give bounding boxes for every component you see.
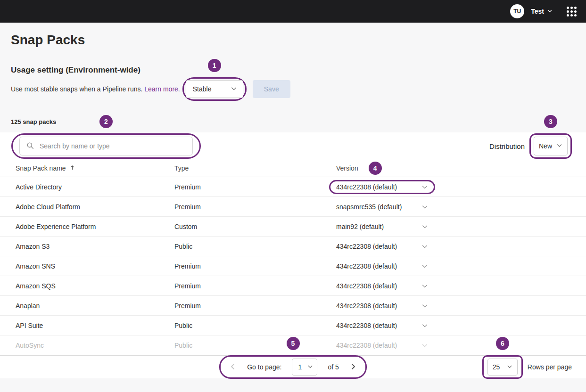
chevron-down-icon (421, 243, 428, 250)
table-toolbar: 2 Distribution 3 New (0, 132, 586, 160)
type-cell: Premium (174, 262, 336, 270)
snap-pack-name-cell: Adobe Cloud Platform (16, 203, 174, 211)
chevron-left-icon (229, 363, 237, 372)
table-row[interactable]: Adobe Cloud Platform Premium snapsmrc535… (0, 197, 586, 217)
chevron-down-icon (307, 363, 313, 371)
table-row[interactable]: Active Directory Premium 434rc22308 (def… (0, 177, 586, 197)
apps-grid-icon[interactable] (567, 7, 577, 16)
table-row[interactable]: Amazon SNS Premium 434rc22308 (default) (0, 256, 586, 276)
rows-per-page-control: 6 25 Rows per page (482, 355, 572, 379)
usage-description: Use most stable snaps when a Pipeline ru… (11, 85, 180, 93)
version-select[interactable]: 434rc22308 (default) (336, 302, 428, 310)
save-button[interactable]: Save (253, 80, 290, 98)
snap-pack-name-cell: AutoSync (16, 342, 174, 349)
table-header-row: Snap Pack name Type Version 4 (0, 160, 586, 177)
table-footer: 5 Go to page: 1 of 5 6 (0, 355, 586, 378)
annotation-badge-6: 6 (496, 337, 509, 350)
annotation-badge-2: 2 (99, 115, 113, 128)
table-row[interactable]: Amazon S3 Public 434rc22308 (default) (0, 237, 586, 256)
learn-more-link[interactable]: Learn more. (144, 85, 180, 93)
avatar-initials: TU (513, 8, 521, 15)
distribution-select[interactable]: New (534, 137, 568, 155)
version-select[interactable]: 434rc22308 (default) (336, 342, 428, 349)
previous-page-button[interactable] (229, 363, 237, 372)
column-header-snap-pack-name[interactable]: Snap Pack name (16, 164, 174, 172)
usage-setting-row: Use most stable snaps when a Pipeline ru… (11, 77, 586, 101)
version-select[interactable]: 434rc22308 (default) (336, 243, 428, 250)
snap-pack-name-cell: API Suite (16, 322, 174, 329)
annotation-ring-1: 1 Stable (182, 77, 247, 101)
annotation-ring-4: 434rc22308 (default) (329, 180, 435, 194)
type-cell: Public (174, 243, 336, 250)
chevron-down-icon (421, 204, 428, 210)
rows-per-page-value: 25 (493, 363, 500, 371)
usage-setting-heading: Usage setting (Environment-wide) (11, 65, 586, 75)
type-cell: Premium (174, 183, 336, 191)
distribution-label: Distribution (489, 142, 525, 150)
snap-pack-name-cell: Anaplan (16, 302, 174, 310)
column-header-type[interactable]: Type (174, 164, 336, 172)
snap-pack-name-cell: Active Directory (16, 183, 174, 191)
page-select[interactable]: 1 (292, 359, 317, 376)
snap-packs-panel: 2 Distribution 3 New (0, 132, 586, 378)
table-row[interactable]: API Suite Public 434rc22308 (default) (0, 316, 586, 335)
distribution-select-value: New (539, 142, 552, 150)
type-cell: Premium (174, 302, 336, 310)
sort-ascending-icon[interactable] (69, 164, 75, 172)
version-select[interactable]: snapsmrc535 (default) (336, 203, 428, 211)
chevron-down-icon (231, 85, 237, 93)
annotation-badge-5: 5 (287, 337, 300, 350)
search-input[interactable] (39, 142, 187, 150)
next-page-button[interactable] (349, 363, 357, 372)
table-row[interactable]: Adobe Experience Platform Custom main92 … (0, 217, 586, 237)
chevron-down-icon (421, 283, 428, 289)
annotation-badge-4: 4 (369, 162, 382, 175)
user-name-label: Test (531, 8, 544, 15)
type-cell: Premium (174, 203, 336, 211)
chevron-down-icon (507, 363, 512, 371)
page-total-label: of 5 (328, 363, 338, 371)
version-select[interactable]: main92 (default) (336, 223, 428, 230)
search-box (19, 137, 193, 155)
column-header-version[interactable]: Version 4 (336, 162, 586, 175)
type-cell: Public (174, 342, 336, 349)
chevron-down-icon (556, 142, 562, 150)
version-select[interactable]: 434rc22308 (default) (336, 183, 428, 191)
stability-select-value: Stable (193, 85, 212, 93)
user-avatar[interactable]: TU (510, 4, 524, 18)
rows-per-page-select[interactable]: 25 (487, 359, 518, 376)
type-cell: Premium (174, 282, 336, 290)
annotation-ring-2: 2 (11, 133, 201, 159)
stability-select[interactable]: Stable (186, 80, 243, 98)
annotation-badge-3: 3 (544, 115, 557, 128)
type-cell: Custom (174, 223, 336, 230)
annotation-ring-6: 6 25 (482, 355, 523, 379)
chevron-down-icon (421, 184, 428, 190)
chevron-right-icon (349, 363, 357, 372)
version-select[interactable]: 434rc22308 (default) (336, 262, 428, 270)
chevron-down-icon (421, 263, 428, 270)
user-menu[interactable]: Test (531, 8, 553, 15)
go-to-page-label: Go to page: (247, 363, 281, 371)
chevron-down-icon (421, 223, 428, 230)
page-select-value: 1 (298, 363, 302, 371)
annotation-ring-5: 5 Go to page: 1 of 5 (219, 355, 367, 379)
snap-pack-name-cell: Amazon S3 (16, 243, 174, 250)
table-row[interactable]: Anaplan Premium 434rc22308 (default) (0, 296, 586, 316)
snap-pack-name-cell: Amazon SQS (16, 282, 174, 290)
chevron-down-icon (421, 302, 428, 309)
topbar: TU Test (0, 0, 586, 23)
distribution-filter: Distribution 3 New (489, 133, 572, 159)
chevron-down-icon (421, 342, 428, 349)
page-title: Snap Packs (11, 32, 586, 48)
chevron-down-icon (421, 322, 428, 329)
version-select[interactable]: 434rc22308 (default) (336, 322, 428, 329)
annotation-ring-3: 3 New (529, 133, 572, 159)
table-row[interactable]: Amazon SQS Premium 434rc22308 (default) (0, 276, 586, 296)
version-select[interactable]: 434rc22308 (default) (336, 282, 428, 290)
rows-per-page-label: Rows per page (528, 363, 572, 371)
type-cell: Public (174, 322, 336, 329)
snap-pack-count: 125 snap packs (11, 118, 586, 126)
annotation-badge-1: 1 (208, 59, 221, 72)
snap-pack-name-cell: Adobe Experience Platform (16, 223, 174, 230)
